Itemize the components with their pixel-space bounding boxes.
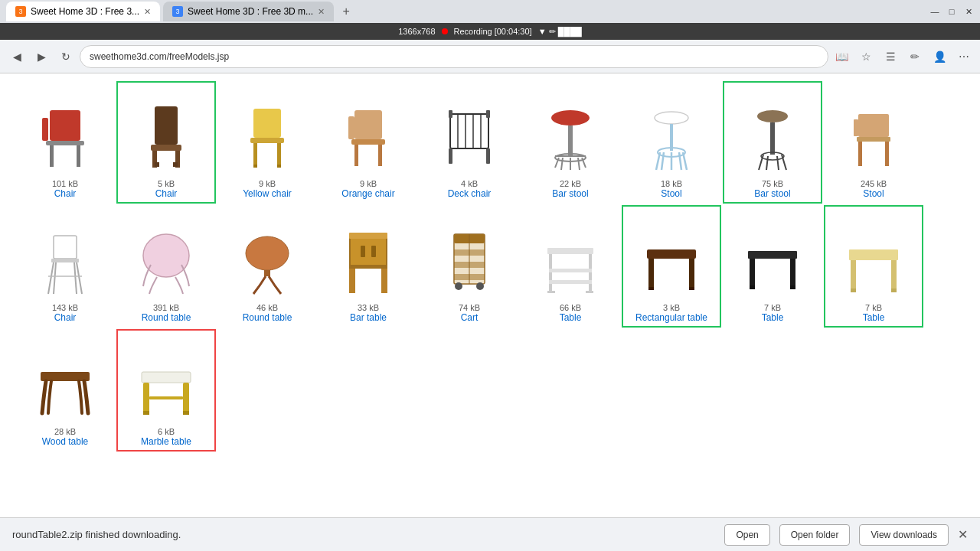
model-size-rect-table: 3 kB xyxy=(663,303,680,312)
model-name-chair2[interactable]: Chair xyxy=(155,188,178,199)
model-name-table1[interactable]: Table xyxy=(560,312,582,323)
model-item-cart[interactable]: 74 kB Cart xyxy=(420,205,519,328)
model-item-bar-stool2[interactable]: 75 kB Bar stool xyxy=(723,81,822,204)
svg-rect-113 xyxy=(142,372,191,383)
model-item-bar-stool1[interactable]: 22 kB Bar stool xyxy=(521,81,620,204)
tab2-close[interactable]: ✕ xyxy=(318,7,325,17)
model-image-round-table2 xyxy=(226,219,309,303)
model-size-cart: 74 kB xyxy=(459,303,480,312)
model-item-bar-table[interactable]: 33 kB Bar table xyxy=(318,205,418,328)
reload-button[interactable]: ↻ xyxy=(55,46,77,67)
model-item-orange-chair[interactable]: 9 kB Orange chair xyxy=(318,81,418,204)
back-button[interactable]: ◀ xyxy=(6,46,28,67)
tab2-label: Sweet Home 3D : Free 3D m... xyxy=(188,6,313,17)
svg-rect-17 xyxy=(354,110,382,139)
address-text: sweethome3d.com/freeModels.jsp xyxy=(90,51,229,62)
model-item-stool2[interactable]: 245 kB Stool xyxy=(824,81,923,204)
svg-rect-18 xyxy=(351,139,385,145)
model-item-chair1[interactable]: 101 kB Chair xyxy=(15,81,115,204)
model-name-stool2[interactable]: Stool xyxy=(863,188,884,199)
model-name-marble-table[interactable]: Marble table xyxy=(141,436,191,447)
svg-rect-78 xyxy=(349,233,387,239)
svg-rect-14 xyxy=(277,143,281,166)
svg-rect-97 xyxy=(647,249,696,259)
reader-view-icon[interactable]: 📖 xyxy=(831,47,851,67)
new-tab-button[interactable]: + xyxy=(337,2,355,21)
tab1-label: Sweet Home 3D : Free 3... xyxy=(31,6,139,17)
model-image-bar-table xyxy=(327,219,410,303)
svg-point-31 xyxy=(551,110,590,126)
model-name-stool1[interactable]: Stool xyxy=(661,188,681,199)
svg-rect-105 xyxy=(750,285,755,289)
svg-rect-112 xyxy=(41,372,90,381)
model-item-stool1[interactable]: 18 kB Stool xyxy=(622,81,721,204)
svg-rect-101 xyxy=(689,287,694,290)
address-bar[interactable]: sweethome3d.com/freeModels.jsp xyxy=(80,45,828,68)
model-item-chair2[interactable]: 5 kB Chair xyxy=(116,81,216,204)
svg-rect-76 xyxy=(361,246,365,257)
edit-icon[interactable]: ✏ xyxy=(905,47,925,67)
model-name-table2[interactable]: Table xyxy=(762,312,784,323)
model-name-rect-table[interactable]: Rectangular table xyxy=(635,312,707,323)
bookmark-icon[interactable]: ☆ xyxy=(856,47,876,67)
maximize-button[interactable]: □ xyxy=(946,6,957,17)
more-icon[interactable]: ⋯ xyxy=(954,47,974,67)
svg-rect-57 xyxy=(858,142,862,166)
tab1-close[interactable]: ✕ xyxy=(144,7,151,17)
model-name-yellow-chair[interactable]: Yellow chair xyxy=(243,188,292,199)
model-item-chair3[interactable]: 143 kB Chair xyxy=(15,205,115,328)
svg-rect-90 xyxy=(547,248,593,254)
svg-rect-6 xyxy=(151,145,181,151)
svg-rect-77 xyxy=(371,246,376,257)
model-size-bar-stool1: 22 kB xyxy=(560,179,581,188)
recording-controls: ▼ ✏ ████ xyxy=(538,27,582,37)
svg-line-43 xyxy=(656,152,660,170)
model-image-deck-chair xyxy=(428,95,511,179)
model-name-cart[interactable]: Cart xyxy=(461,312,479,323)
profile-icon[interactable]: 👤 xyxy=(929,47,949,67)
minimize-button[interactable]: — xyxy=(929,6,940,17)
svg-rect-109 xyxy=(891,260,897,291)
model-item-yellow-chair[interactable]: 9 kB Yellow chair xyxy=(217,81,317,204)
tab-2[interactable]: 3 Sweet Home 3D : Free 3D m... ✕ xyxy=(163,2,334,21)
model-item-wood-table[interactable]: 28 kB Wood table xyxy=(15,329,115,452)
menu-icon[interactable]: ☰ xyxy=(880,47,900,67)
model-name-round-table1[interactable]: Round table xyxy=(142,312,191,323)
model-item-table1[interactable]: 66 kB Table xyxy=(521,205,620,328)
close-download-button[interactable]: ✕ xyxy=(958,527,968,542)
model-item-rect-table[interactable]: 3 kB Rectangular table xyxy=(622,205,721,328)
model-item-table2[interactable]: 7 kB Table xyxy=(723,205,822,328)
model-name-table3[interactable]: Table xyxy=(863,312,885,323)
svg-rect-59 xyxy=(854,119,858,136)
recording-status: Recording [00:04:30] xyxy=(454,27,532,36)
model-name-bar-stool1[interactable]: Bar stool xyxy=(552,188,588,199)
svg-rect-16 xyxy=(277,165,281,168)
model-item-round-table1[interactable]: 391 kB Round table xyxy=(116,205,216,328)
model-size-chair2: 5 kB xyxy=(158,179,175,188)
model-item-table3[interactable]: 7 kB Table xyxy=(824,205,923,328)
model-name-orange-chair[interactable]: Orange chair xyxy=(341,188,394,199)
svg-rect-2 xyxy=(50,145,54,167)
model-name-wood-table[interactable]: Wood table xyxy=(42,436,89,447)
model-item-marble-table[interactable]: 6 kB Marble table xyxy=(116,329,216,452)
model-name-round-table2[interactable]: Round table xyxy=(243,312,292,323)
tab-1[interactable]: 3 Sweet Home 3D : Free 3... ✕ xyxy=(6,2,160,21)
model-name-bar-table[interactable]: Bar table xyxy=(350,312,387,323)
model-name-chair3[interactable]: Chair xyxy=(54,312,77,323)
model-name-deck-chair[interactable]: Deck chair xyxy=(448,188,492,199)
svg-rect-106 xyxy=(790,285,795,289)
close-button[interactable]: ✕ xyxy=(963,6,974,17)
svg-rect-73 xyxy=(349,265,387,269)
forward-button[interactable]: ▶ xyxy=(31,46,52,67)
open-folder-button[interactable]: Open folder xyxy=(779,524,851,546)
model-name-chair1[interactable]: Chair xyxy=(54,188,77,199)
svg-rect-99 xyxy=(689,259,694,289)
svg-line-54 xyxy=(777,156,779,170)
open-button[interactable]: Open xyxy=(724,524,769,546)
model-image-marble-table xyxy=(125,343,207,427)
view-downloads-button[interactable]: View downloads xyxy=(859,524,949,546)
model-image-rect-table xyxy=(630,219,713,303)
model-item-round-table2[interactable]: 46 kB Round table xyxy=(217,205,317,328)
model-item-deck-chair[interactable]: 4 kB Deck chair xyxy=(420,81,519,204)
model-name-bar-stool2[interactable]: Bar stool xyxy=(754,188,790,199)
